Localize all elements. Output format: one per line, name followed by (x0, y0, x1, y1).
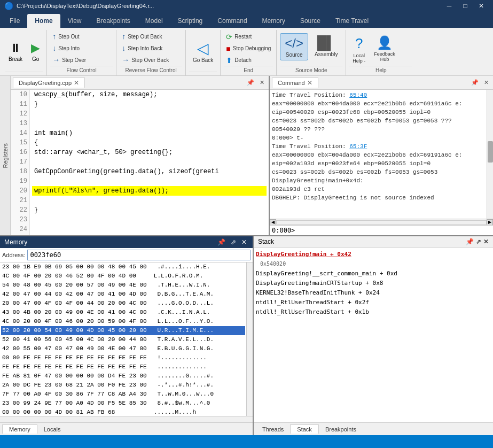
tab-model[interactable]: Model (138, 14, 170, 28)
step-into-back-button[interactable]: ↓ Step Into Back (120, 43, 171, 53)
title-bar-text: C:\Projects\DisplayText\Debug\DisplayGre… (17, 3, 154, 9)
command-tab-close[interactable]: ✕ (307, 79, 312, 87)
stack-title: Stack (258, 238, 274, 245)
stack-header: Stack 📌 ⇗ ✕ (254, 236, 493, 248)
reverse-flow-group: ↑ Step Out Back ↓ Step Into Back → Step … (116, 30, 186, 75)
close-button[interactable]: ✕ (474, 0, 489, 12)
command-scrollbar[interactable] (487, 90, 493, 219)
bottom-panes: Memory 📌 ⇗ ✕ Address: 23 00 1B E9 0B 69 … (0, 236, 493, 435)
restart-button[interactable]: ⟳ Restart (224, 32, 273, 42)
command-prompt: 0:000> (272, 227, 295, 234)
memory-scrollbar[interactable] (246, 262, 253, 416)
mem-row: 00 00 00 00 00 4D 00 81 AB FB 68 ......M… (1, 408, 245, 416)
command-tab-label: Command (278, 80, 305, 86)
main-area: Registers DisplayGreeting.cpp ✕ 📌 ✕ 10 1… (0, 76, 493, 435)
registers-sidebar[interactable]: Registers (0, 76, 11, 235)
line-numbers: 10 11 12 13 14 15 16 17 18 19 ➤ 20 21 22 (11, 90, 30, 235)
code-lines: wcscpy_s(buffer, size, message); } int m… (30, 90, 269, 235)
command-scroll-thumb[interactable] (488, 141, 493, 163)
cmd-line: cs=0023 ss=002b ds=002b es=002b fs=0053 … (272, 168, 484, 176)
code-line: int main() (32, 128, 267, 138)
step-over-back-button[interactable]: → Step Over Back (120, 55, 171, 65)
mem-row: 43 00 4B 00 20 00 49 00 4E 00 41 00 4C 0… (1, 308, 245, 317)
stack-pin-button[interactable]: 📌 (466, 238, 474, 245)
stop-debugging-button[interactable]: ■ Stop Debugging (224, 43, 273, 54)
break-button[interactable]: ⏸ Break (5, 39, 26, 64)
minimize-button[interactable]: ─ (442, 0, 457, 12)
tab-view[interactable]: View (60, 14, 89, 28)
code-line (32, 215, 267, 225)
stack-panel: Stack 📌 ⇗ ✕ DisplayGreeting!main + 0x42 … (254, 236, 493, 435)
command-tab[interactable]: Command ✕ (272, 78, 318, 88)
source-panel: DisplayGreeting.cpp ✕ 📌 ✕ 10 11 12 13 14… (11, 76, 269, 235)
source-panel-close[interactable]: ✕ (257, 78, 267, 87)
tab-scripting[interactable]: Scripting (170, 14, 210, 28)
memory-tab-locals[interactable]: Locals (37, 425, 67, 434)
time-pos-link-1[interactable]: 65:40 (349, 92, 367, 98)
memory-panel: Memory 📌 ⇗ ✕ Address: 23 00 1B E9 0B 69 … (0, 236, 254, 435)
hscroll-left[interactable]: ◀ (270, 219, 276, 226)
memory-tab-memory[interactable]: Memory (2, 424, 37, 434)
source-file-tab[interactable]: DisplayGreeting.cpp ✕ (13, 78, 85, 88)
hscroll-track[interactable] (276, 220, 487, 225)
code-line (32, 157, 267, 167)
source-tab-close[interactable]: ✕ (74, 79, 79, 87)
break-go-group-label (5, 72, 43, 74)
flow-control-label: Flow Control (50, 66, 113, 74)
stack-close-button[interactable]: ✕ (483, 238, 489, 245)
app-icon: 🔵 (4, 2, 13, 10)
mem-row: 4C 00 20 00 4F 00 46 00 20 00 59 00 4F 0… (1, 317, 245, 326)
go-back-button[interactable]: ◁ Go Back (189, 37, 217, 65)
tab-time-travel[interactable]: Time Travel (328, 14, 376, 28)
reverse-flow-label: Reverse Flow Control (120, 66, 182, 74)
command-output: Time Travel Position: 65:40 eax=00000000… (270, 90, 487, 219)
stack-main-link[interactable]: DisplayGreeting!main + 0x42 (256, 251, 351, 258)
go-label: Go (32, 56, 39, 62)
maximize-button[interactable]: □ (458, 0, 473, 12)
assembly-button[interactable]: █▌ Assembly (310, 33, 342, 59)
address-input[interactable] (27, 250, 251, 260)
source-button[interactable]: </> Source (280, 33, 308, 60)
stack-expand-button[interactable]: ⇗ (476, 238, 481, 245)
stack-tab-breakpoints[interactable]: Breakpoints (319, 425, 363, 434)
feedback-hub-button[interactable]: 👤 FeedbackHub (371, 33, 398, 64)
cmd-line: eax=00000000 ebx=004da000 ecx=2e21b0b6 e… (272, 151, 484, 159)
local-help-button[interactable]: ? LocalHelp - (349, 33, 369, 66)
stack-item: DisplayGreeting!mainCRTStartup + 0x8 (256, 279, 491, 288)
step-over-button[interactable]: → Step Over (50, 55, 88, 65)
memory-pin-button[interactable]: 📌 (216, 238, 227, 246)
mem-row: 23 00 1B E9 0B 69 05 00 00 00 48 00 45 0… (1, 262, 245, 272)
stack-tab-threads[interactable]: Threads (256, 425, 290, 434)
memory-expand-button[interactable]: ⇗ (229, 238, 238, 246)
step-out-button[interactable]: ↑ Step Out (50, 31, 88, 42)
go-button[interactable]: ▶ Go (28, 39, 43, 64)
address-label: Address: (2, 252, 25, 258)
command-panel-close[interactable]: ✕ (482, 78, 491, 87)
mem-row: 42 00 55 00 47 00 47 00 49 00 4E 00 47 0… (1, 344, 245, 353)
detach-button[interactable]: ⬆ Detach (224, 55, 273, 66)
code-line: } (32, 205, 267, 215)
tab-home[interactable]: Home (27, 14, 60, 28)
hscroll-right[interactable]: ▶ (487, 219, 493, 226)
stack-tab-stack[interactable]: Stack (290, 424, 319, 434)
command-panel-pin[interactable]: 📌 (469, 78, 481, 87)
step-into-button[interactable]: ↓ Step Into (50, 43, 88, 53)
tab-memory[interactable]: Memory (255, 14, 293, 28)
code-line (32, 196, 267, 205)
memory-hscrollbar[interactable] (0, 416, 253, 422)
memory-close-button[interactable]: ✕ (240, 238, 248, 246)
tab-file[interactable]: File (2, 14, 27, 28)
time-pos-link-2[interactable]: 65:3F (349, 143, 367, 150)
step-out-back-button[interactable]: ↑ Step Out Back (120, 31, 171, 42)
tab-command[interactable]: Command (210, 14, 254, 28)
tab-breakpoints[interactable]: Breakpoints (89, 14, 137, 28)
command-input[interactable] (295, 227, 491, 234)
mem-row: FE AB 81 0F 47 00 00 00 00 00 D4 FE 23 0… (1, 372, 245, 381)
cmd-line: DisplayGreeting!main+0x4d: (272, 176, 484, 185)
source-panel-pin[interactable]: 📌 (245, 78, 256, 87)
memory-title: Memory (4, 238, 27, 246)
code-area: 10 11 12 13 14 15 16 17 18 19 ➤ 20 21 22 (11, 90, 269, 235)
tab-source[interactable]: Source (293, 14, 328, 28)
mem-row: 2A 00 DC FE 23 00 68 21 2A 00 F0 FE 23 0… (1, 381, 245, 390)
memory-content: 23 00 1B E9 0B 69 05 00 00 00 48 00 45 0… (0, 262, 253, 416)
